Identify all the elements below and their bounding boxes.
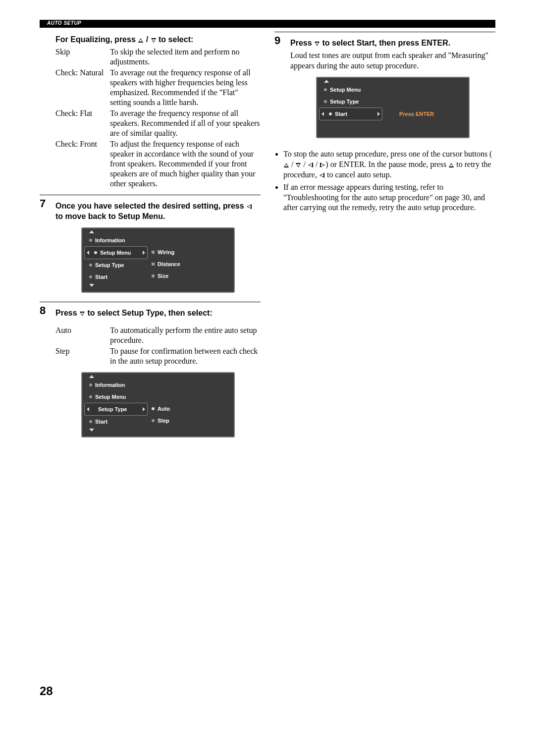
step8-osd: Information Setup Menu Setup Type Start …	[81, 372, 235, 437]
header-bar: AUTO SETUP	[40, 20, 495, 28]
osd-press-enter: Press ENTER	[384, 110, 434, 117]
osd-up-icon	[324, 80, 329, 83]
step7-osd: Information Setup Menu Setup Type Start …	[81, 227, 235, 293]
left-column: For Equalizing, press / to select: Skip …	[40, 32, 261, 698]
down-icon	[151, 38, 156, 43]
step9-note-1: To stop the auto setup procedure, press …	[283, 149, 495, 180]
osd-left-icon	[87, 251, 89, 255]
down-icon	[80, 312, 85, 316]
up-icon	[138, 38, 143, 43]
osd-item-setup-type: Setup Type	[98, 406, 127, 412]
osd-item-information: Information	[95, 237, 125, 243]
eq-option-front: Check: Front To adjust the frequency res…	[55, 139, 261, 189]
left-icon	[247, 204, 252, 209]
osd-down-icon	[89, 429, 94, 432]
left-icon	[320, 173, 324, 178]
page-number: 28	[40, 684, 261, 698]
right-icon	[320, 162, 325, 167]
eq-option-flat: Check: Flat To average the frequency res…	[55, 108, 261, 138]
equalizing-heading: For Equalizing, press / to select:	[55, 35, 261, 45]
step9-note-2: If an error message appears during testi…	[283, 182, 495, 213]
osd-sub-size: Size	[158, 273, 168, 279]
osd-sub-wiring: Wiring	[158, 249, 174, 255]
osd-sub-auto: Auto	[158, 406, 170, 412]
osd-item-setup-menu: Setup Menu	[100, 250, 131, 256]
osd-right-icon	[143, 251, 145, 255]
step8-option-auto: Auto To automatically perform the entire…	[55, 325, 261, 345]
osd-sub-step: Step	[158, 418, 169, 424]
osd-item-setup-menu: Setup Menu	[95, 394, 126, 400]
step9-notes: To stop the auto setup procedure, press …	[274, 149, 495, 213]
step8-option-step: Step To pause for confirmation between e…	[55, 346, 261, 366]
step9-osd: Setup Menu Setup Type Start Press ENTER	[316, 77, 470, 138]
down-icon	[315, 42, 320, 46]
osd-item-setup-menu: Setup Menu	[330, 87, 361, 93]
osd-item-start: Start	[335, 111, 347, 117]
osd-right-icon	[377, 112, 380, 116]
step8-heading: Press to select Setup Type, then select:	[55, 308, 261, 319]
osd-right-icon	[143, 407, 145, 411]
osd-item-start: Start	[95, 274, 107, 280]
step7-heading: Once you have selected the desired setti…	[55, 201, 261, 222]
down-icon	[296, 163, 301, 167]
osd-item-information: Information	[95, 382, 125, 388]
osd-down-icon	[89, 284, 94, 287]
osd-item-setup-type: Setup Type	[330, 99, 359, 105]
header-title: AUTO SETUP	[47, 20, 81, 26]
osd-item-start: Start	[95, 419, 107, 425]
step9-number: 9	[274, 35, 283, 147]
osd-left-icon	[87, 407, 89, 411]
step8-number: 8	[40, 305, 49, 446]
step9-body: Loud test tones are output from each spe…	[290, 51, 495, 71]
osd-sub-distance: Distance	[158, 261, 180, 267]
osd-item-setup-type: Setup Type	[95, 262, 124, 268]
left-icon	[308, 162, 313, 167]
step9-heading: Press to select Start, then press ENTER.	[290, 38, 495, 49]
step7-number: 7	[40, 198, 49, 302]
right-column: 9 Press to select Start, then press ENTE…	[274, 32, 495, 698]
up-icon	[449, 163, 454, 167]
osd-up-icon	[89, 230, 94, 233]
eq-option-skip: Skip To skip the selected item and perfo…	[55, 47, 261, 67]
up-icon	[284, 163, 289, 167]
osd-up-icon	[89, 375, 94, 378]
eq-option-natural: Check: Natural To average out the freque…	[55, 68, 261, 108]
osd-left-icon	[321, 112, 324, 116]
